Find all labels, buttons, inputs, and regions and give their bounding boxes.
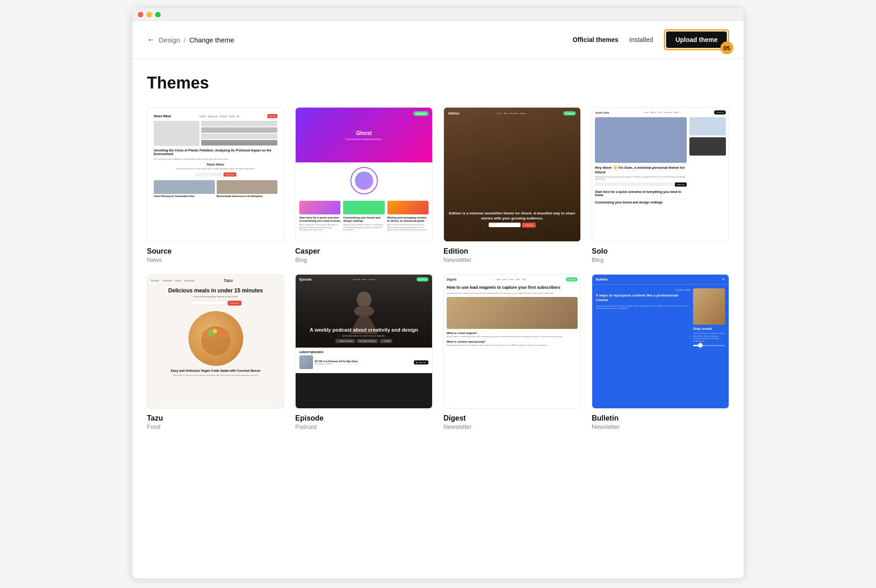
- solo-email-field: [595, 182, 674, 186]
- episode-play-btn[interactable]: ▶ Subscribe: [414, 360, 428, 364]
- tazu-input-row: Subscribe: [151, 301, 280, 306]
- casper-article3: Writing and managing content in Ghost, a…: [387, 201, 428, 231]
- episode-item1-info: EP 150: It is Podcasts All the Way Down …: [315, 360, 358, 365]
- casper-header: Featured Ghost The professional publishi…: [296, 108, 432, 162]
- digest-repurpose-title: What is content repurposing?: [447, 340, 578, 343]
- source-thumb3: [201, 134, 277, 139]
- source-thumb4: [201, 140, 277, 146]
- solo-category: Blog: [592, 256, 729, 263]
- theme-card-source[interactable]: News Wave Collect Economic Activity Tren…: [147, 107, 284, 263]
- casper-article3-title: Writing and managing content in Ghost, a…: [387, 216, 428, 223]
- tazu-nav: Recipes Cookbook About View Body Tazu: [151, 278, 280, 283]
- official-themes-link[interactable]: Official themes: [573, 36, 618, 43]
- themes-grid-row2: Recipes Cookbook About View Body Tazu De…: [147, 274, 729, 430]
- source-logo: News Wave: [154, 114, 171, 118]
- source-bottom-img1: [154, 180, 215, 194]
- casper-article1-title: Start here for a quick overview of every…: [299, 216, 340, 223]
- breadcrumb-parent[interactable]: Design: [159, 36, 180, 44]
- edition-nav-links: Home About Newsletter Author: [497, 112, 526, 114]
- casper-preview: Featured Ghost The professional publishi…: [295, 107, 433, 242]
- episode-item1-date: November 12, 2023: [315, 363, 358, 365]
- casper-sub: The professional publishing platform: [345, 138, 382, 140]
- installed-link[interactable]: Installed: [629, 36, 653, 43]
- casper-article1-text: We've created the most important informa…: [299, 224, 340, 231]
- edition-logo: Edition: [448, 112, 459, 115]
- source-bottom-title2: Mental Health Awareness in the Workplace: [217, 195, 278, 198]
- page-content: Themes News Wave Collect Economic Activi…: [132, 59, 744, 445]
- page-header: ← Design / Change theme Official themes …: [132, 21, 744, 59]
- tazu-logo: Tazu: [224, 278, 233, 283]
- tazu-main-title: Delicious meals in under 15 minutes: [151, 287, 280, 294]
- casper-name: Casper: [295, 247, 433, 255]
- solo-input-row: Subscribe: [595, 182, 687, 187]
- digest-main-img: [447, 297, 578, 329]
- source-images-row: [154, 121, 277, 146]
- theme-card-digest[interactable]: Digest Digest About Write Video Style Fe…: [443, 274, 581, 430]
- solo-articles: Start here for a quick overview of every…: [595, 190, 687, 204]
- bulletin-stay-sub: Start by checking in to Ghost to get the…: [693, 332, 725, 342]
- tazu-subscribe-btn: Subscribe: [228, 301, 241, 306]
- source-bottom-article2: Mental Health Awareness in the Workplace: [217, 180, 278, 198]
- back-button[interactable]: ←: [147, 35, 155, 45]
- edition-email-field: [489, 223, 521, 227]
- theme-card-edition[interactable]: Edition Home About Newsletter Author Fea…: [443, 107, 581, 263]
- source-nav-links: Collect Economic Activity Trend Art: [199, 115, 239, 118]
- maximize-dot[interactable]: [155, 12, 161, 17]
- digest-category: Newsletter: [443, 423, 581, 430]
- solo-left: Hey there 👋 I'm Solo, a minimal personal…: [595, 117, 687, 205]
- solo-section-title2: Customizing your brand and design settin…: [595, 201, 687, 204]
- tazu-article-sub: Click below to order and cook easily you…: [151, 374, 280, 376]
- svg-point-6: [354, 306, 374, 317]
- bulletin-info: Bulletin Newsletter: [592, 414, 729, 430]
- theme-card-casper[interactable]: Featured Ghost The professional publishi…: [295, 107, 433, 263]
- minimize-dot[interactable]: [146, 12, 152, 17]
- source-signup-btn: Sign Up: [267, 114, 277, 118]
- episode-latest-label: Latest episodes: [299, 350, 428, 354]
- episode-item1-title: EP 150: It is Podcasts All the Way Down: [315, 360, 358, 363]
- digest-main-title: How to use lead magnets to capture your …: [447, 285, 578, 291]
- episode-platforms: 🎵 Apple Podcasts 🎙 Google Podcasts 🎧 Spo…: [299, 339, 428, 343]
- breadcrumb-current: Change theme: [189, 36, 234, 44]
- bulletin-left: 6 min read 5 ways to repurpose content l…: [596, 288, 690, 350]
- bulletin-category: Newsletter: [592, 423, 729, 430]
- episode-featured-badge: Featured: [417, 277, 428, 281]
- breadcrumb: ← Design / Change theme: [147, 35, 234, 45]
- episode-main-title: A weekly podcast about creativity and de…: [299, 327, 428, 333]
- bulletin-nav: Bulletin ✕: [592, 275, 729, 285]
- digest-info: Digest Newsletter: [443, 414, 581, 430]
- tazu-nav-links: Recipes Cookbook About View Body: [151, 279, 194, 282]
- solo-subscribe-btn: Subscribe: [675, 182, 687, 187]
- digest-nav: Digest Digest About Write Video Style Fe…: [447, 277, 578, 281]
- solo-nav-links: Home About Read Newsletter Author: [644, 111, 679, 114]
- casper-circle: [350, 167, 378, 194]
- episode-info: Episode Podcast: [295, 414, 433, 430]
- episode-category: Podcast: [295, 423, 433, 430]
- episode-preview: Episode Episodes About Podcast Featured …: [295, 274, 433, 409]
- bulletin-progress: [693, 345, 725, 346]
- theme-card-episode[interactable]: Episode Episodes About Podcast Featured …: [295, 274, 433, 430]
- source-thumb2: [201, 127, 277, 133]
- bulletin-logo: Bulletin: [596, 278, 608, 281]
- solo-person-img: [595, 117, 687, 163]
- episode-nav-links: Episodes About Podcast: [353, 278, 375, 281]
- tazu-sub: A new recipe everyday, directly to your …: [151, 295, 280, 298]
- episode-sub: Subscribe below to never miss an episode…: [299, 334, 428, 337]
- episode-bottom: Latest episodes EP 150: It is Podcasts A…: [296, 348, 432, 373]
- close-dot[interactable]: [138, 12, 143, 17]
- theme-card-solo[interactable]: Jamie Solo Home About Read Newsletter Au…: [592, 107, 729, 263]
- source-name: Source: [147, 247, 284, 255]
- theme-card-tazu[interactable]: Recipes Cookbook About View Body Tazu De…: [147, 274, 284, 430]
- source-article-text: The world faces major challenges in tack…: [154, 158, 277, 160]
- source-main-img: [154, 121, 199, 146]
- bulletin-person-img: [693, 288, 725, 325]
- casper-circle-inner: [355, 172, 373, 190]
- source-article-title: Unveiling the Crisis of Plastic Pollutio…: [154, 149, 277, 156]
- edition-info: Edition Newsletter: [443, 247, 581, 263]
- upload-theme-button[interactable]: Upload theme: [666, 31, 727, 48]
- solo-featured-badge: Featured: [714, 110, 726, 114]
- edition-name: Edition: [443, 247, 581, 255]
- edition-category: Newsletter: [443, 256, 581, 263]
- tazu-category: Food: [147, 423, 284, 430]
- theme-card-bulletin[interactable]: Bulletin ✕ 6 min read 5 ways to repurpos…: [592, 274, 729, 430]
- digest-logo: Digest: [447, 278, 456, 281]
